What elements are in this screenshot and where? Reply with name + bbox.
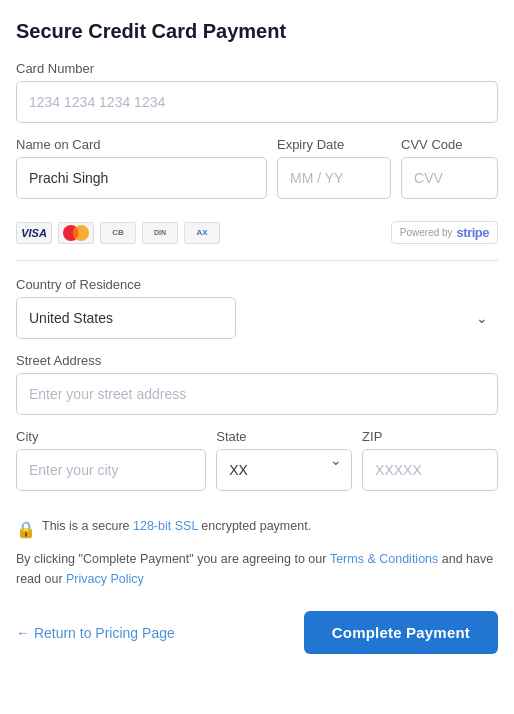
terms-link[interactable]: Terms & Conditions bbox=[330, 552, 438, 566]
state-select[interactable]: XX AL AK AZ CA CO FL GA NY TX bbox=[216, 449, 352, 491]
expiry-date-field: Expiry Date bbox=[277, 137, 391, 199]
powered-by-text: Powered by bbox=[400, 227, 453, 238]
section-divider-1 bbox=[16, 260, 498, 261]
stripe-logo: stripe bbox=[457, 225, 489, 240]
footer-row: ← Return to Pricing Page Complete Paymen… bbox=[16, 611, 498, 654]
terms-prefix: By clicking "Complete Payment" you are a… bbox=[16, 552, 330, 566]
country-label: Country of Residence bbox=[16, 277, 498, 292]
country-select-wrapper: United States Canada United Kingdom Aust… bbox=[16, 297, 498, 339]
terms-text: By clicking "Complete Payment" you are a… bbox=[16, 549, 498, 589]
privacy-link[interactable]: Privacy Policy bbox=[66, 572, 144, 586]
city-field: City bbox=[16, 429, 206, 491]
country-select[interactable]: United States Canada United Kingdom Aust… bbox=[16, 297, 236, 339]
country-field: Country of Residence United States Canad… bbox=[16, 277, 498, 339]
state-label: State bbox=[216, 429, 352, 444]
card-number-input[interactable] bbox=[16, 81, 498, 123]
return-to-pricing-link[interactable]: ← Return to Pricing Page bbox=[16, 625, 175, 641]
complete-payment-button[interactable]: Complete Payment bbox=[304, 611, 498, 654]
lock-icon: 🔒 bbox=[16, 520, 36, 539]
city-input[interactable] bbox=[16, 449, 206, 491]
card-number-field: Card Number bbox=[16, 61, 498, 123]
street-address-input[interactable] bbox=[16, 373, 498, 415]
zip-input[interactable] bbox=[362, 449, 498, 491]
cvv-input[interactable] bbox=[401, 157, 498, 199]
card-icons-group: VISA CB DIN AX bbox=[16, 222, 220, 244]
amex-card-icon: AX bbox=[184, 222, 220, 244]
name-on-card-label: Name on Card bbox=[16, 137, 267, 152]
visa-card-icon: VISA bbox=[16, 222, 52, 244]
ssl-link[interactable]: 128-bit SSL bbox=[133, 519, 198, 533]
card-number-label: Card Number bbox=[16, 61, 498, 76]
zip-label: ZIP bbox=[362, 429, 498, 444]
street-address-label: Street Address bbox=[16, 353, 498, 368]
state-field: State XX AL AK AZ CA CO FL GA NY TX ⌄ bbox=[216, 429, 352, 491]
city-state-zip-row: City State XX AL AK AZ CA CO FL GA NY TX… bbox=[16, 429, 498, 505]
cvv-label: CVV Code bbox=[401, 137, 498, 152]
name-on-card-input[interactable] bbox=[16, 157, 267, 199]
page-title: Secure Credit Card Payment bbox=[16, 20, 498, 43]
city-label: City bbox=[16, 429, 206, 444]
cvv-field: CVV Code bbox=[401, 137, 498, 199]
generic-card-icon-1: CB bbox=[100, 222, 136, 244]
country-chevron-icon: ⌄ bbox=[476, 310, 488, 326]
mastercard-icon bbox=[58, 222, 94, 244]
powered-by-stripe: Powered by stripe bbox=[391, 221, 498, 244]
generic-card-icon-2: DIN bbox=[142, 222, 178, 244]
card-icons-row: VISA CB DIN AX Powered by stripe bbox=[16, 221, 498, 244]
zip-field: ZIP bbox=[362, 429, 498, 491]
security-note: 🔒 This is a secure 128-bit SSL encrypted… bbox=[16, 519, 498, 539]
street-address-field: Street Address bbox=[16, 353, 498, 415]
name-on-card-field: Name on Card bbox=[16, 137, 267, 199]
expiry-date-input[interactable] bbox=[277, 157, 391, 199]
expiry-date-label: Expiry Date bbox=[277, 137, 391, 152]
security-text: This is a secure 128-bit SSL encrypted p… bbox=[42, 519, 311, 533]
